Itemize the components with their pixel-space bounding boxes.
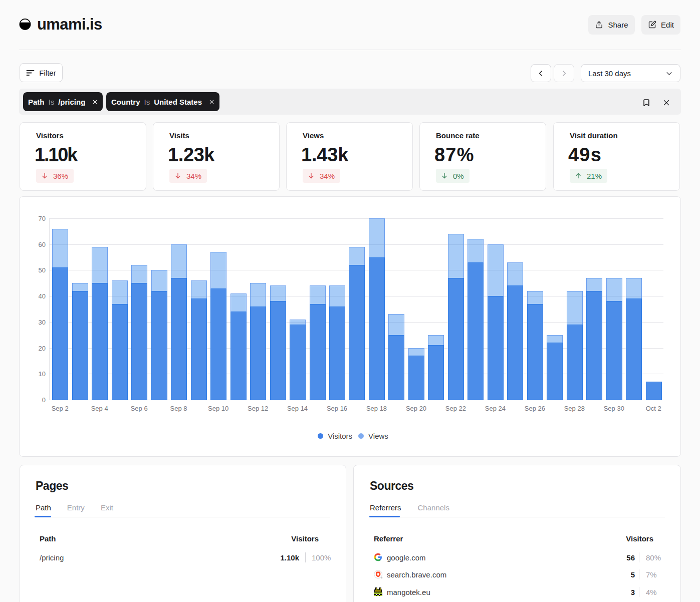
svg-text:Oct 2: Oct 2 — [646, 405, 661, 412]
svg-text:Sep 10: Sep 10 — [208, 405, 228, 412]
svg-text:Sep 26: Sep 26 — [525, 405, 545, 412]
svg-text:50: 50 — [39, 266, 46, 274]
svg-text:Sep 24: Sep 24 — [485, 405, 506, 412]
svg-text:Sep 12: Sep 12 — [248, 405, 268, 412]
svg-text:Sep 6: Sep 6 — [131, 405, 148, 412]
svg-text:Sep 4: Sep 4 — [91, 405, 108, 412]
svg-text:0: 0 — [42, 396, 46, 404]
svg-text:60: 60 — [39, 241, 46, 248]
svg-text:Sep 20: Sep 20 — [406, 405, 426, 412]
svg-text:Sep 2: Sep 2 — [52, 405, 69, 412]
svg-text:70: 70 — [39, 215, 46, 222]
svg-text:Sep 16: Sep 16 — [327, 405, 347, 412]
svg-text:Sep 22: Sep 22 — [445, 405, 466, 412]
svg-text:30: 30 — [39, 319, 46, 326]
svg-text:40: 40 — [39, 292, 46, 300]
svg-text:Sep 18: Sep 18 — [366, 405, 387, 412]
svg-text:Sep 28: Sep 28 — [564, 405, 585, 412]
svg-text:Sep 8: Sep 8 — [170, 405, 187, 412]
svg-text:10: 10 — [39, 370, 46, 378]
svg-text:20: 20 — [39, 345, 46, 352]
svg-text:Sep 30: Sep 30 — [604, 405, 624, 412]
svg-text:Sep 14: Sep 14 — [287, 405, 308, 412]
